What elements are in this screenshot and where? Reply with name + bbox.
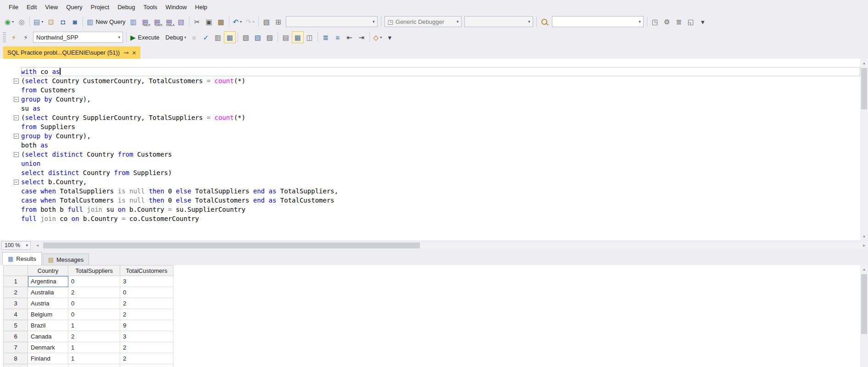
change-connection-button[interactable]: ⚡ <box>20 31 32 43</box>
new-xmla-query-button[interactable]: ▦XMLA <box>163 16 175 28</box>
code-text[interactable]: su as <box>21 104 860 113</box>
grid-cell[interactable]: 2 <box>120 353 173 364</box>
menu-window[interactable]: Window <box>161 0 191 14</box>
grid-cell[interactable]: 3 <box>120 276 173 287</box>
results-tab-messages[interactable]: ▤Messages <box>43 254 89 265</box>
code-text[interactable]: select b.Country, <box>21 177 860 186</box>
execution-plan-button[interactable]: ▧ <box>261 16 273 28</box>
tools-button[interactable]: ⚙ <box>661 16 673 28</box>
grid-cell[interactable]: 1 <box>68 353 120 364</box>
fold-collapse-icon[interactable]: − <box>14 79 19 84</box>
close-icon[interactable]: × <box>132 49 136 56</box>
caret-down-icon[interactable]: ▾ <box>12 20 14 24</box>
save-all-button[interactable]: ◙ <box>69 16 81 28</box>
debug-target-combo[interactable]: ◳Generic Debugger▾ <box>384 16 462 27</box>
open-file-button[interactable]: ⊡ <box>45 16 57 28</box>
grid-cell[interactable]: 1 <box>68 342 120 353</box>
column-header-totalsuppliers[interactable]: TotalSuppliers <box>68 265 120 276</box>
fold-collapse-icon[interactable]: − <box>14 115 19 120</box>
row-number-cell[interactable]: 4 <box>4 309 28 320</box>
caret-down-icon[interactable]: ▾ <box>184 35 186 40</box>
new-database-engine-query-button[interactable]: ▥ <box>128 16 139 28</box>
row-number-cell[interactable]: 7 <box>4 342 28 353</box>
caret-down-icon[interactable]: ▾ <box>637 19 642 24</box>
comment-button[interactable]: ≣ <box>320 31 332 43</box>
scroll-up-arrow-icon[interactable]: ▴ <box>860 59 868 67</box>
grid-cell[interactable]: 0 <box>68 298 120 309</box>
new-dmx-query-button[interactable]: ▦DMX <box>151 16 163 28</box>
document-tab[interactable]: SQL Practice probl...QUEENIE\super (51))… <box>3 46 140 59</box>
stop-button[interactable]: ■ <box>188 31 200 43</box>
include-actual-plan-button[interactable]: ▧ <box>252 31 264 43</box>
connect-query-button[interactable]: ⚡ <box>8 31 20 43</box>
register-servers-button[interactable]: ▤▾ <box>32 16 45 28</box>
results-grid[interactable]: CountryTotalSuppliersTotalCustomers1Arge… <box>3 265 173 367</box>
code-text[interactable]: case when TotalSuppliers is null then 0 … <box>21 186 860 196</box>
code-text[interactable]: full join co on b.Country = co.CustomerC… <box>21 214 860 223</box>
grid-cell[interactable]: Canada <box>28 331 68 342</box>
row-number-cell[interactable]: 5 <box>4 320 28 331</box>
code-text[interactable]: from both b full join su on b.Country = … <box>21 205 860 214</box>
code-text[interactable]: both as <box>21 141 860 150</box>
increase-indent-button[interactable]: ⇥ <box>356 31 367 43</box>
find-combo[interactable]: ▾ <box>552 16 644 27</box>
caret-down-icon[interactable]: ▾ <box>24 243 29 248</box>
grid-cell[interactable]: 0 <box>68 276 120 287</box>
copy-button[interactable]: ▣ <box>203 16 215 28</box>
caret-down-icon[interactable]: ▾ <box>117 35 122 40</box>
code-text[interactable]: select distinct Country from Suppliers) <box>21 168 860 177</box>
editor-vertical-scrollbar[interactable]: ▴ ▾ <box>860 59 868 240</box>
code-text[interactable]: (select Country CustomerCountry, TotalCu… <box>21 76 860 85</box>
results-to-text-button[interactable]: ▤ <box>280 31 292 43</box>
scroll-up-arrow-icon[interactable]: ▴ <box>860 265 868 273</box>
column-header-country[interactable]: Country <box>28 265 68 276</box>
grid-cell[interactable]: Belgium <box>28 309 68 320</box>
fold-collapse-icon[interactable]: − <box>14 134 19 139</box>
scroll-left-arrow-icon[interactable]: ◂ <box>33 242 41 249</box>
connect-button[interactable]: ◉▾ <box>3 16 16 28</box>
include-live-stats-button[interactable]: ▨ <box>264 31 276 43</box>
available-databases-combo[interactable]: Northwind_SPP▾ <box>33 32 123 43</box>
caret-down-icon[interactable]: ▾ <box>253 20 255 24</box>
save-button[interactable]: ◘ <box>57 16 69 28</box>
row-number-cell[interactable]: 6 <box>4 331 28 342</box>
editor-horizontal-scrollbar[interactable]: ◂ ▸ <box>33 242 868 249</box>
query-designer-button[interactable]: ⊞ <box>273 16 284 28</box>
grid-cell[interactable]: 0 <box>120 287 173 298</box>
uncomment-button[interactable]: ≡ <box>332 31 344 43</box>
debug-button[interactable]: Debug▾ <box>161 31 188 43</box>
grid-cell[interactable]: Finland <box>28 353 68 364</box>
pin-icon[interactable]: ⊸ <box>123 49 128 56</box>
query-toolbar-overflow-button[interactable]: ▾ <box>384 31 395 43</box>
scrollbar-track[interactable] <box>41 242 860 249</box>
grid-cell[interactable]: 2 <box>68 287 120 298</box>
code-text[interactable]: from Suppliers <box>21 122 860 131</box>
fold-collapse-icon[interactable]: − <box>14 152 19 157</box>
disconnect-button[interactable]: ◎ <box>16 16 28 28</box>
include-estimated-plan-button[interactable]: ▧ <box>240 31 252 43</box>
scrollbar-thumb[interactable] <box>43 243 420 248</box>
menu-view[interactable]: View <box>41 0 62 14</box>
grid-cell[interactable]: Denmark <box>28 342 68 353</box>
results-tab-results[interactable]: ▦Results <box>2 252 42 265</box>
row-number-cell[interactable]: 9 <box>4 364 28 367</box>
menu-help[interactable]: Help <box>191 0 211 14</box>
grid-cell[interactable]: Argentina <box>28 276 68 287</box>
intellisense-enabled-button[interactable]: ▦ <box>224 31 236 43</box>
grid-cell[interactable]: 9 <box>120 320 173 331</box>
fold-collapse-icon[interactable]: − <box>14 180 19 185</box>
grid-cell[interactable]: 2 <box>120 298 173 309</box>
task-list-button[interactable]: ≣ <box>673 16 685 28</box>
menu-tools[interactable]: Tools <box>139 0 161 14</box>
grid-cell[interactable]: 1 <box>68 320 120 331</box>
grid-cell[interactable]: 2 <box>68 331 120 342</box>
caret-down-icon[interactable]: ▾ <box>240 20 242 24</box>
new-query-button[interactable]: ▥New Query <box>85 16 127 28</box>
code-text[interactable]: group by Country), <box>21 131 860 141</box>
caret-down-icon[interactable]: ▾ <box>527 19 532 24</box>
results-to-file-button[interactable]: ◫ <box>304 31 316 43</box>
row-number-cell[interactable]: 2 <box>4 287 28 298</box>
caret-down-icon[interactable]: ▾ <box>380 35 382 40</box>
redo-button[interactable]: ↷▾ <box>244 16 256 28</box>
zoom-level-select[interactable]: 100 % ▾ <box>1 241 31 250</box>
